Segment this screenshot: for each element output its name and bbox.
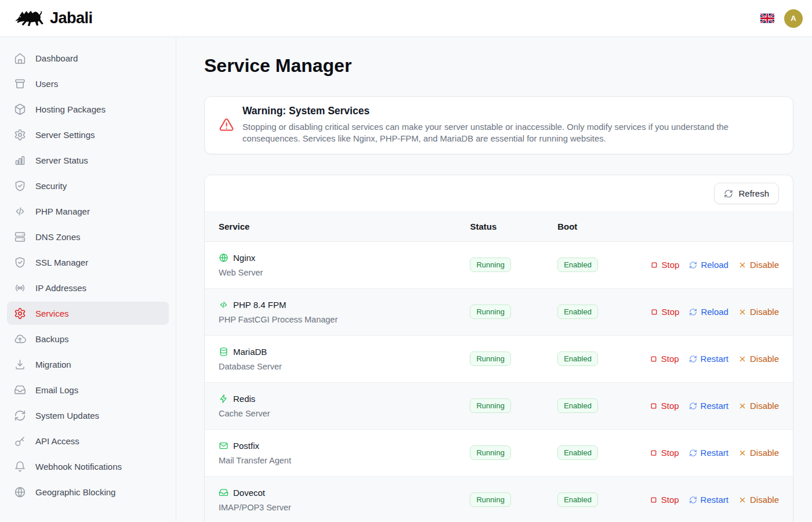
service-description: Database Server	[219, 362, 470, 371]
globe-icon	[219, 253, 229, 263]
sidebar-item-label: Hosting Packages	[35, 104, 106, 114]
disable-action[interactable]: Disable	[738, 401, 779, 411]
service-name: PHP 8.4 FPM	[233, 300, 286, 310]
disable-action[interactable]: Disable	[738, 260, 779, 270]
stop-action[interactable]: Stop	[650, 401, 679, 411]
sidebar-item-migration[interactable]: Migration	[7, 353, 169, 376]
uk-flag-icon[interactable]	[760, 13, 774, 23]
brand-name: Jabali	[50, 9, 93, 27]
disable-action[interactable]: Disable	[738, 307, 779, 317]
sidebar-item-api-access[interactable]: API Access	[7, 429, 169, 452]
card-toolbar: Refresh	[205, 175, 793, 212]
restart-action[interactable]: Restart	[689, 495, 728, 505]
boar-logo-icon	[14, 8, 45, 30]
x-icon	[738, 496, 746, 504]
mail-icon	[219, 441, 229, 451]
service-name: MariaDB	[233, 347, 267, 357]
sidebar-item-hosting-packages[interactable]: Hosting Packages	[7, 97, 169, 121]
stop-square-icon	[650, 449, 658, 457]
sidebar-item-webhook-notifications[interactable]: Webhook Notifications	[7, 455, 169, 478]
stop-action[interactable]: Stop	[650, 354, 679, 364]
sidebar-item-server-status[interactable]: Server Status	[7, 148, 169, 172]
refresh-icon	[689, 261, 697, 269]
status-badge: Running	[470, 258, 510, 272]
restart-action[interactable]: Restart	[689, 354, 728, 364]
restart-action[interactable]: Restart	[689, 448, 728, 458]
stop-action[interactable]: Stop	[650, 307, 680, 317]
sidebar-item-services[interactable]: Services	[7, 302, 169, 325]
boot-badge: Enabled	[557, 304, 598, 319]
sidebar-item-system-updates[interactable]: System Updates	[7, 404, 169, 427]
shield-check-icon	[14, 180, 26, 192]
disable-action[interactable]: Disable	[738, 495, 779, 505]
sidebar-item-label: Dashboard	[35, 53, 78, 63]
sidebar: Dashboard Users Hosting Packages Server …	[0, 37, 176, 522]
topbar: Jabali A	[0, 0, 812, 37]
status-badge: Running	[470, 304, 510, 319]
sidebar-item-label: PHP Manager	[35, 206, 90, 216]
sidebar-item-label: Migration	[35, 360, 71, 369]
row-actions: StopRestartDisable	[650, 448, 779, 458]
sidebar-item-ip-addresses[interactable]: IP Addresses	[7, 276, 169, 299]
refresh-icon	[689, 355, 697, 363]
row-actions: StopReloadDisable	[650, 307, 779, 317]
sidebar-item-server-settings[interactable]: Server Settings	[7, 123, 169, 146]
reload-action[interactable]: Reload	[689, 307, 728, 317]
boot-badge: Enabled	[557, 351, 598, 366]
sidebar-item-security[interactable]: Security	[7, 174, 169, 197]
sidebar-item-ssl-manager[interactable]: SSL Manager	[7, 251, 169, 274]
status-badge: Running	[470, 398, 510, 413]
service-description: IMAP/POP3 Server	[219, 503, 470, 512]
stop-action[interactable]: Stop	[650, 448, 679, 458]
home-icon	[14, 52, 26, 64]
service-name: Nginx	[233, 253, 255, 263]
service-name: Dovecot	[233, 488, 265, 498]
stop-action[interactable]: Stop	[650, 495, 679, 505]
reload-action[interactable]: Reload	[689, 260, 728, 270]
sidebar-item-label: Webhook Notifications	[35, 462, 122, 472]
row-actions: StopRestartDisable	[650, 495, 779, 505]
status-badge: Running	[470, 492, 510, 507]
database-icon	[219, 347, 229, 357]
app-root: Jabali A Dashboard Users Hosting Package…	[0, 0, 812, 522]
avatar[interactable]: A	[784, 9, 803, 28]
service-row-redis: Redis Cache Server Running Enabled StopR…	[205, 382, 793, 429]
brand[interactable]: Jabali	[14, 8, 93, 30]
stop-action[interactable]: Stop	[650, 260, 680, 270]
sidebar-item-email-logs[interactable]: Email Logs	[7, 378, 169, 401]
stop-square-icon	[650, 261, 658, 269]
settings-icon	[14, 129, 26, 141]
sidebar-item-backups[interactable]: Backups	[7, 327, 169, 350]
sidebar-item-dashboard[interactable]: Dashboard	[7, 46, 169, 70]
disable-action[interactable]: Disable	[738, 448, 779, 458]
warning-banner: Warning: System Services Stopping or dis…	[204, 96, 793, 154]
disable-action[interactable]: Disable	[738, 354, 779, 364]
sidebar-item-users[interactable]: Users	[7, 72, 169, 95]
boot-badge: Enabled	[557, 258, 598, 272]
row-actions: StopReloadDisable	[650, 260, 779, 270]
refresh-button[interactable]: Refresh	[714, 183, 779, 204]
x-icon	[738, 402, 746, 410]
service-row-postfix: Postfix Mail Transfer Agent Running Enab…	[205, 429, 793, 476]
status-badge: Running	[470, 351, 510, 366]
sidebar-item-php-manager[interactable]: PHP Manager	[7, 200, 169, 223]
restart-action[interactable]: Restart	[689, 401, 728, 411]
service-row-dovecot: Dovecot IMAP/POP3 Server Running Enabled…	[205, 476, 793, 522]
page-title: Service Manager	[204, 55, 793, 76]
stop-square-icon	[650, 355, 658, 363]
sidebar-item-dns-zones[interactable]: DNS Zones	[7, 225, 169, 248]
service-description: Web Server	[219, 268, 470, 277]
cloud-upload-icon	[14, 333, 26, 345]
signal-icon	[14, 282, 26, 294]
main-content: Service Manager Warning: System Services…	[176, 0, 812, 522]
sidebar-item-geographic-blocking[interactable]: Geographic Blocking	[7, 480, 169, 503]
package-icon	[14, 103, 26, 115]
x-icon	[738, 449, 746, 457]
service-row-mariadb: MariaDB Database Server Running Enabled …	[205, 335, 793, 382]
table-header-row: Service Status Boot	[205, 212, 793, 241]
refresh-icon	[689, 402, 697, 410]
stop-square-icon	[650, 402, 658, 410]
shield-check-icon	[14, 256, 26, 269]
sidebar-item-label: Email Logs	[35, 385, 78, 395]
sidebar-item-label: IP Addresses	[35, 283, 86, 293]
